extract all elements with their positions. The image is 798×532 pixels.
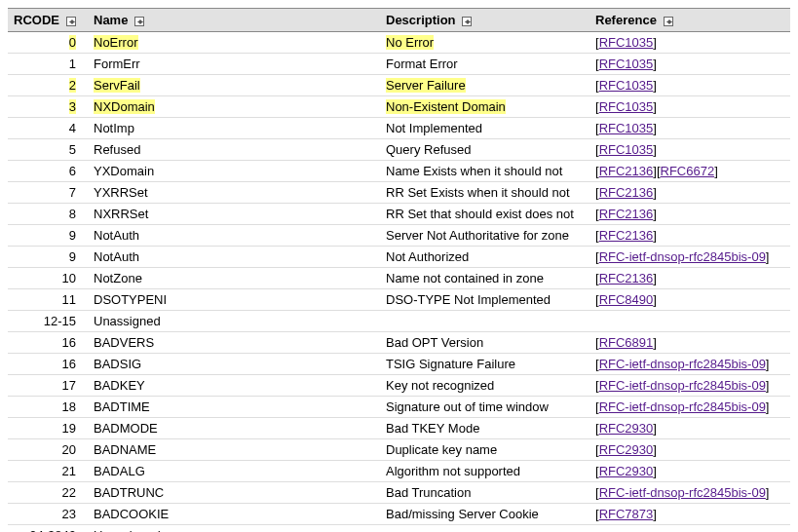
col-header-name-label: Name	[94, 13, 128, 27]
reference-link[interactable]: RFC2930	[599, 421, 654, 436]
reference-link[interactable]: RFC1035	[599, 78, 654, 93]
cell-rcode: 20	[8, 439, 88, 461]
cell-name: BADKEY	[88, 375, 380, 397]
cell-rcode: 11	[8, 289, 88, 311]
bracket-close: ]	[766, 249, 770, 264]
reference-link[interactable]: RFC-ietf-dnsop-rfc2845bis-09	[599, 485, 766, 500]
cell-ref: [RFC-ietf-dnsop-rfc2845bis-09]	[589, 354, 790, 375]
bracket-close: ]	[766, 357, 770, 371]
cell-rcode: 16	[8, 354, 88, 375]
bracket-close: ]	[653, 507, 657, 521]
highlighted-text: 0	[69, 35, 76, 50]
bracket-close: ]	[653, 142, 657, 157]
table-row: 2ServFailServer Failure[RFC1035]	[8, 75, 790, 96]
cell-desc	[380, 311, 589, 332]
reference-link[interactable]: RFC1035	[599, 121, 654, 135]
sort-icon[interactable]	[462, 17, 472, 26]
cell-name: NotAuth	[88, 225, 380, 247]
sort-icon[interactable]	[66, 17, 76, 26]
bracket-close: ]	[653, 442, 657, 457]
cell-name: BADTRUNC	[88, 482, 380, 504]
cell-desc: Key not recognized	[380, 375, 589, 397]
highlighted-text: No Error	[386, 35, 434, 50]
bracket-close: ]	[653, 421, 657, 436]
table-row: 8NXRRSetRR Set that should exist does no…	[8, 204, 790, 225]
table-row: 9NotAuthServer Not Authoritative for zon…	[8, 225, 790, 247]
cell-ref: [RFC-ietf-dnsop-rfc2845bis-09]	[589, 375, 790, 397]
cell-desc: Not Authorized	[380, 247, 589, 268]
cell-name: NotZone	[88, 268, 380, 289]
reference-link[interactable]: RFC-ietf-dnsop-rfc2845bis-09	[599, 357, 766, 371]
cell-ref	[589, 525, 790, 533]
bracket-close: ]	[653, 207, 657, 221]
highlighted-text: NXDomain	[94, 99, 155, 114]
col-header-rcode[interactable]: RCODE	[8, 9, 88, 32]
cell-ref: [RFC7873]	[589, 504, 790, 525]
cell-rcode: 5	[8, 139, 88, 161]
table-row: 18BADTIMESignature out of time window[RF…	[8, 397, 790, 418]
col-header-desc[interactable]: Description	[380, 9, 589, 32]
table-row: 0NoErrorNo Error[RFC1035]	[8, 32, 790, 54]
reference-link[interactable]: RFC1035	[599, 142, 654, 157]
reference-link[interactable]: RFC2136	[599, 164, 654, 178]
table-row: 23BADCOOKIEBad/missing Server Cookie[RFC…	[8, 504, 790, 525]
reference-link[interactable]: RFC7873	[599, 507, 654, 521]
reference-link[interactable]: RFC2136	[599, 207, 654, 221]
reference-link[interactable]: RFC2136	[599, 271, 654, 285]
table-row: 24-3840Unassigned	[8, 525, 790, 533]
col-header-name[interactable]: Name	[88, 9, 380, 32]
table-row: 4NotImpNot Implemented[RFC1035]	[8, 118, 790, 139]
reference-link[interactable]: RFC-ietf-dnsop-rfc2845bis-09	[599, 399, 766, 414]
cell-ref: [RFC-ietf-dnsop-rfc2845bis-09]	[589, 247, 790, 268]
cell-name: BADSIG	[88, 354, 380, 375]
highlighted-text: ServFail	[94, 78, 140, 93]
cell-desc: RR Set Exists when it should not	[380, 182, 589, 204]
reference-link[interactable]: RFC6672	[661, 164, 715, 178]
cell-name: Refused	[88, 139, 380, 161]
cell-desc: Algorithm not supported	[380, 461, 589, 482]
cell-name: FormErr	[88, 54, 380, 75]
cell-ref: [RFC2930]	[589, 461, 790, 482]
highlighted-text: 3	[69, 99, 76, 114]
bracket-close: ]	[653, 121, 657, 135]
cell-name: Unassigned	[88, 311, 380, 332]
cell-ref: [RFC-ietf-dnsop-rfc2845bis-09]	[589, 397, 790, 418]
table-row: 19BADMODEBad TKEY Mode[RFC2930]	[8, 418, 790, 439]
cell-desc: Name not contained in zone	[380, 268, 589, 289]
reference-link[interactable]: RFC8490	[599, 292, 654, 307]
table-row: 1FormErrFormat Error[RFC1035]	[8, 54, 790, 75]
reference-link[interactable]: RFC2930	[599, 464, 654, 478]
highlighted-text: NoError	[94, 35, 138, 50]
reference-link[interactable]: RFC-ietf-dnsop-rfc2845bis-09	[599, 249, 766, 264]
bracket-close: ]	[653, 335, 657, 350]
reference-link[interactable]: RFC2136	[599, 185, 654, 200]
cell-rcode: 21	[8, 461, 88, 482]
highlighted-text: Server Failure	[386, 78, 466, 93]
reference-link[interactable]: RFC2136	[599, 228, 654, 243]
cell-ref: [RFC2136][RFC6672]	[589, 161, 790, 182]
table-row: 17BADKEYKey not recognized[RFC-ietf-dnso…	[8, 375, 790, 397]
sort-icon[interactable]	[664, 17, 673, 26]
col-header-ref[interactable]: Reference	[589, 9, 790, 32]
reference-link[interactable]: RFC6891	[599, 335, 654, 350]
cell-rcode: 4	[8, 118, 88, 139]
bracket-close: ]	[653, 185, 657, 200]
reference-link[interactable]: RFC-ietf-dnsop-rfc2845bis-09	[599, 378, 766, 393]
table-row: 22BADTRUNCBad Truncation[RFC-ietf-dnsop-…	[8, 482, 790, 504]
sort-icon[interactable]	[134, 17, 144, 26]
cell-desc: Bad TKEY Mode	[380, 418, 589, 439]
table-row: 5RefusedQuery Refused[RFC1035]	[8, 139, 790, 161]
cell-name: YXRRSet	[88, 182, 380, 204]
table-row: 6YXDomainName Exists when it should not[…	[8, 161, 790, 182]
cell-desc: Format Error	[380, 54, 589, 75]
table-row: 20BADNAMEDuplicate key name[RFC2930]	[8, 439, 790, 461]
cell-rcode: 23	[8, 504, 88, 525]
reference-link[interactable]: RFC1035	[599, 99, 654, 114]
cell-ref: [RFC1035]	[589, 32, 790, 54]
cell-desc: DSO-TYPE Not Implemented	[380, 289, 589, 311]
cell-ref: [RFC2136]	[589, 225, 790, 247]
reference-link[interactable]: RFC1035	[599, 35, 654, 50]
reference-link[interactable]: RFC2930	[599, 442, 654, 457]
cell-name: BADNAME	[88, 439, 380, 461]
reference-link[interactable]: RFC1035	[599, 57, 654, 71]
